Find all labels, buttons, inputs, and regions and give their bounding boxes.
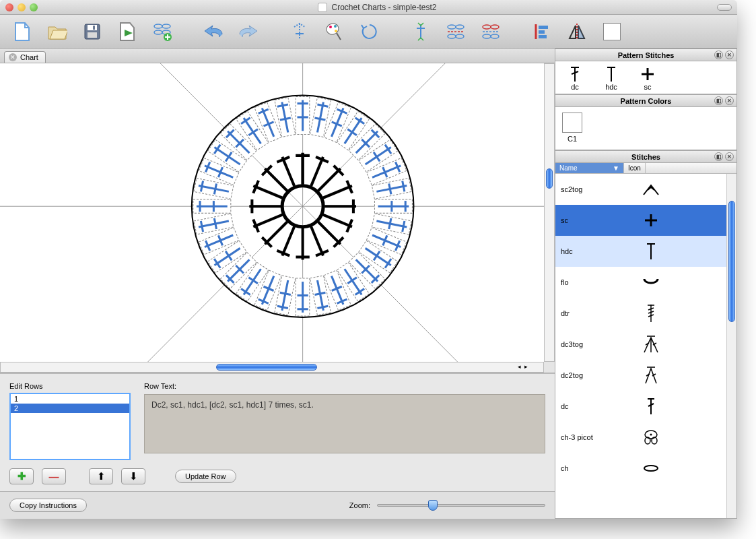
svg-point-12: [335, 30, 337, 32]
stitch-row[interactable]: flo: [555, 267, 736, 298]
tab-label: Chart: [20, 53, 38, 61]
pattern-stitch-sc[interactable]: sc: [638, 65, 658, 91]
svg-point-16: [456, 34, 464, 38]
svg-point-5: [162, 24, 170, 28]
svg-rect-23: [539, 35, 547, 38]
stitches-table-header[interactable]: Name▼ Icon: [555, 163, 736, 174]
panel-close-icon[interactable]: ✕: [725, 152, 734, 161]
panel-close-icon[interactable]: ✕: [725, 51, 734, 59]
panel-detach-icon[interactable]: ◧: [714, 152, 723, 161]
pattern-stitch-hdc[interactable]: hdc: [601, 65, 621, 91]
titlebar: Crochet Charts - simple-test2: [0, 0, 737, 15]
row-item[interactable]: 1: [11, 394, 129, 404]
add-stitches-button[interactable]: [151, 20, 174, 43]
slider-thumb[interactable]: [428, 500, 438, 511]
window-title: Crochet Charts - simple-test2: [331, 3, 436, 12]
chart-canvas[interactable]: ◂▸: [0, 63, 555, 373]
tool-scale-button[interactable]: [409, 20, 432, 43]
svg-point-17: [483, 25, 491, 29]
stitch-row[interactable]: dc2tog: [555, 360, 736, 391]
svg-line-61: [282, 157, 294, 186]
tool-rows-a-button[interactable]: [444, 20, 467, 43]
svg-point-20: [491, 34, 499, 38]
minus-icon: —: [49, 471, 59, 482]
new-file-button[interactable]: [11, 20, 34, 43]
panel-detach-icon[interactable]: ◧: [714, 51, 723, 59]
zoom-slider[interactable]: [377, 504, 545, 507]
svg-line-57: [253, 186, 282, 198]
svg-rect-1: [88, 25, 97, 30]
bottom-bar: Copy Instructions Zoom:: [0, 491, 555, 519]
stitches-panel: Stitches ◧✕ Name▼ Icon sc2tog sc hdc flo…: [555, 150, 737, 519]
arrow-down-icon: ⬇: [129, 470, 138, 482]
edit-rows-label: Edit Rows: [9, 382, 131, 390]
open-file-button[interactable]: [46, 20, 69, 43]
color-swatch-c1[interactable]: C1: [562, 113, 730, 143]
horizontal-scrollbar[interactable]: ◂▸: [0, 362, 544, 373]
svg-line-59: [265, 168, 287, 191]
arrow-up-icon: ⬆: [97, 470, 106, 482]
rows-list[interactable]: 1 2: [9, 393, 131, 460]
close-window-button[interactable]: [5, 3, 13, 11]
panel-title: Pattern Stitches: [618, 51, 675, 59]
svg-rect-21: [539, 26, 548, 29]
pattern-stitch-dc[interactable]: dc: [565, 65, 585, 91]
tool-rows-b-button[interactable]: [479, 20, 502, 43]
minimize-window-button[interactable]: [18, 3, 26, 11]
export-button[interactable]: [116, 20, 139, 43]
tool-align-button[interactable]: [530, 20, 553, 43]
svg-line-51: [265, 222, 287, 244]
move-up-button[interactable]: ⬆: [89, 468, 113, 484]
svg-line-49: [282, 226, 294, 255]
toolbar-toggle-button[interactable]: [717, 4, 732, 11]
panel-title: Pattern Colors: [621, 97, 672, 105]
update-row-button[interactable]: Update Row: [175, 470, 236, 483]
tab-close-icon[interactable]: ✕: [9, 53, 17, 61]
plus-icon: ✚: [18, 470, 26, 482]
toolbar: [0, 15, 737, 49]
stitch-row[interactable]: sc2tog: [555, 174, 736, 205]
move-down-button[interactable]: ⬇: [121, 468, 145, 484]
stitch-row[interactable]: sc: [555, 205, 736, 236]
tool-mirror-button[interactable]: [565, 20, 588, 43]
svg-line-53: [253, 215, 282, 227]
redo-button[interactable]: [237, 20, 260, 43]
undo-button[interactable]: [202, 20, 225, 43]
stitch-row[interactable]: ch-3 picot: [555, 422, 736, 453]
svg-line-37: [323, 186, 352, 198]
stitch-row[interactable]: dc3tog: [555, 329, 736, 360]
row-text-area[interactable]: Dc2, sc1, hdc1, [dc2, sc1, hdc1] 7 times…: [144, 394, 545, 453]
svg-line-33: [311, 157, 323, 186]
row-item[interactable]: 2: [11, 404, 129, 413]
stitches-list[interactable]: sc2tog sc hdc flo dtr dc3tog dc2tog dc c…: [555, 174, 736, 518]
svg-line-35: [318, 168, 341, 191]
tool-stitch-button[interactable]: [288, 20, 311, 43]
stitch-row[interactable]: hdc: [555, 236, 736, 267]
tool-color-button[interactable]: [323, 20, 346, 43]
save-button[interactable]: [81, 20, 104, 43]
svg-rect-22: [539, 30, 545, 34]
svg-rect-3: [88, 32, 97, 38]
svg-rect-2: [93, 26, 95, 30]
svg-point-14: [456, 25, 464, 29]
zoom-window-button[interactable]: [30, 3, 38, 11]
copy-instructions-button[interactable]: Copy Instructions: [9, 499, 87, 512]
svg-line-43: [318, 222, 341, 244]
svg-point-6: [154, 30, 162, 34]
panel-detach-icon[interactable]: ◧: [714, 96, 723, 105]
remove-row-button[interactable]: —: [42, 468, 66, 484]
svg-point-4: [154, 24, 162, 28]
stitch-row[interactable]: dc: [555, 391, 736, 422]
svg-line-45: [311, 226, 323, 255]
tab-chart[interactable]: ✕ Chart: [4, 51, 46, 63]
vertical-scrollbar[interactable]: [544, 63, 555, 362]
row-text-label: Row Text:: [144, 382, 545, 390]
add-row-button[interactable]: ✚: [9, 468, 34, 484]
stitch-row[interactable]: ch: [555, 453, 736, 484]
stitch-row[interactable]: dtr: [555, 298, 736, 329]
panel-close-icon[interactable]: ✕: [725, 96, 734, 105]
color-swatch-button[interactable]: [600, 20, 623, 43]
stitches-scrollbar[interactable]: [726, 174, 736, 518]
tool-rotate-button[interactable]: [358, 20, 381, 43]
svg-point-18: [491, 25, 499, 29]
